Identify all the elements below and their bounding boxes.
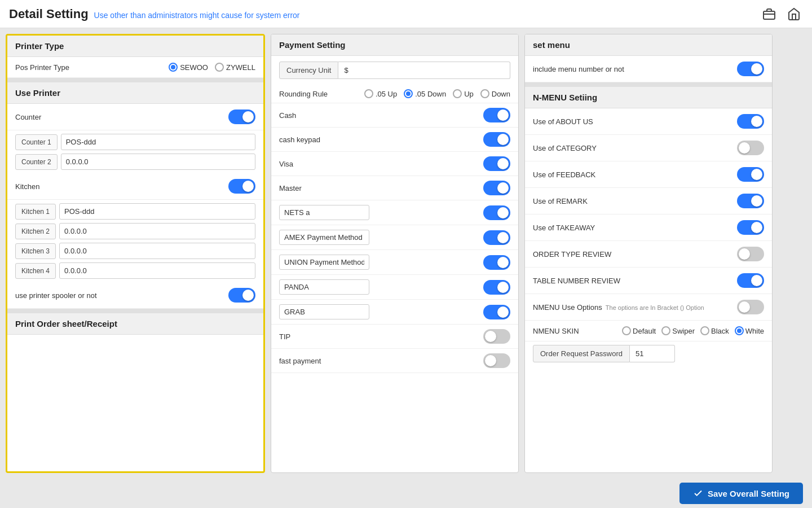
rounding-up[interactable]: Up bbox=[453, 89, 474, 98]
order-request-password-label: Order Request Password bbox=[533, 345, 630, 362]
kitchen-label: Kitchen bbox=[15, 182, 228, 191]
sewoo-radio[interactable]: SEWOO bbox=[169, 63, 208, 72]
nmenu-use-options-label: NMENU Use OptionsThe options are In Brac… bbox=[533, 303, 737, 312]
visa-row: Visa bbox=[271, 152, 518, 176]
rounding-down-label: Down bbox=[492, 90, 510, 98]
cash-label: Cash bbox=[279, 111, 483, 120]
header-icons bbox=[760, 5, 803, 23]
kitchen-toggle-track bbox=[228, 179, 255, 194]
rounding-05down[interactable]: .05 Down bbox=[404, 89, 446, 98]
nmenu-use-options-toggle[interactable] bbox=[737, 300, 764, 314]
kitchen3-label: Kitchen 3 bbox=[15, 243, 56, 259]
header-left: Detail Setting Use other than administra… bbox=[9, 7, 300, 21]
spooler-toggle-track bbox=[228, 288, 255, 303]
amex-input[interactable] bbox=[279, 230, 369, 245]
zywell-radio-circle bbox=[215, 63, 224, 72]
order-type-review-label: ORDER TYPE REVIEW bbox=[533, 250, 737, 259]
save-button-label: Save Overall Setting bbox=[708, 489, 789, 498]
amex-toggle[interactable] bbox=[483, 230, 510, 245]
panda-input[interactable] bbox=[279, 279, 369, 295]
union-row bbox=[271, 250, 518, 275]
skin-default-circle bbox=[622, 326, 631, 335]
rounding-05up-circle bbox=[364, 89, 373, 98]
grab-toggle[interactable] bbox=[483, 305, 510, 319]
spooler-toggle-thumb bbox=[242, 290, 254, 301]
right-divider1 bbox=[525, 82, 772, 87]
master-toggle[interactable] bbox=[483, 181, 510, 195]
payment-section-header: Payment Setting bbox=[271, 34, 518, 56]
panda-row bbox=[271, 275, 518, 300]
nets-toggle[interactable] bbox=[483, 205, 510, 220]
rounding-radio-group: .05 Up .05 Down Up Down bbox=[364, 89, 510, 98]
rounding-up-label: Up bbox=[464, 90, 474, 98]
kitchen1-label: Kitchen 1 bbox=[15, 204, 56, 220]
counter1-input[interactable] bbox=[61, 134, 255, 150]
tip-toggle[interactable] bbox=[483, 329, 510, 344]
save-icon bbox=[693, 488, 703, 498]
table-number-review-toggle[interactable] bbox=[737, 273, 764, 288]
remark-row: Use of REMARK bbox=[525, 188, 772, 214]
union-input[interactable] bbox=[279, 255, 369, 270]
nets-row bbox=[271, 200, 518, 225]
category-toggle[interactable] bbox=[737, 141, 764, 155]
panda-toggle[interactable] bbox=[483, 280, 510, 295]
about-us-toggle[interactable] bbox=[737, 114, 764, 129]
order-type-review-toggle[interactable] bbox=[737, 247, 764, 261]
remark-toggle[interactable] bbox=[737, 194, 764, 208]
counter-row: Counter bbox=[7, 104, 263, 130]
fast-payment-toggle[interactable] bbox=[483, 353, 510, 368]
rounding-05down-circle bbox=[404, 89, 413, 98]
use-printer-section-header: Use Printer bbox=[7, 82, 263, 104]
skin-white[interactable]: White bbox=[735, 326, 764, 335]
rounding-05up[interactable]: .05 Up bbox=[364, 89, 397, 98]
visa-toggle[interactable] bbox=[483, 156, 510, 171]
about-us-row: Use of ABOUT US bbox=[525, 108, 772, 135]
order-type-review-row: ORDER TYPE REVIEW bbox=[525, 241, 772, 268]
left-column: Printer Type Pos Printer Type SEWOO ZYWE… bbox=[6, 34, 265, 473]
kitchen2-input[interactable] bbox=[59, 223, 255, 239]
kitchen1-input[interactable] bbox=[59, 203, 255, 220]
kitchen-toggle[interactable] bbox=[228, 179, 255, 194]
union-toggle[interactable] bbox=[483, 255, 510, 270]
right-column: set menu include menu number or not N-ME… bbox=[524, 34, 773, 473]
include-menu-number-toggle[interactable] bbox=[737, 62, 764, 76]
zywell-radio[interactable]: ZYWELL bbox=[215, 63, 255, 72]
header-warning: Use other than administrators might caus… bbox=[94, 11, 300, 20]
takeaway-toggle[interactable] bbox=[737, 220, 764, 235]
briefcase-icon[interactable] bbox=[760, 5, 778, 23]
counter-label: Counter bbox=[15, 113, 228, 121]
counter-toggle-thumb bbox=[242, 111, 254, 122]
currency-unit-input[interactable] bbox=[338, 62, 510, 79]
kitchen4-input[interactable] bbox=[59, 262, 255, 279]
nmenu-use-options-hint: The options are In Bracket () Option bbox=[606, 304, 704, 311]
takeaway-label: Use of TAKEAWAY bbox=[533, 224, 737, 232]
category-label: Use of CATEGORY bbox=[533, 144, 737, 152]
kitchen3-input[interactable] bbox=[59, 243, 255, 259]
takeaway-row: Use of TAKEAWAY bbox=[525, 214, 772, 241]
cash-keypad-toggle[interactable] bbox=[483, 132, 510, 147]
cash-toggle[interactable] bbox=[483, 108, 510, 122]
skin-default[interactable]: Default bbox=[622, 326, 656, 335]
order-request-password-row: Order Request Password bbox=[533, 345, 764, 362]
skin-black[interactable]: Black bbox=[700, 326, 729, 335]
counter-toggle[interactable] bbox=[228, 110, 255, 124]
feedback-toggle[interactable] bbox=[737, 167, 764, 182]
cash-keypad-label: cash keypad bbox=[279, 135, 483, 144]
nets-input[interactable] bbox=[279, 205, 369, 220]
home-icon[interactable] bbox=[785, 5, 803, 23]
skin-default-label: Default bbox=[633, 327, 656, 335]
save-overall-setting-button[interactable]: Save Overall Setting bbox=[679, 483, 803, 504]
feedback-row: Use of FEEDBACK bbox=[525, 161, 772, 188]
spooler-toggle[interactable] bbox=[228, 288, 255, 303]
skin-black-label: Black bbox=[711, 327, 729, 335]
currency-unit-label: Currency Unit bbox=[279, 62, 338, 79]
include-menu-number-label: include menu number or not bbox=[533, 65, 737, 73]
grab-input[interactable] bbox=[279, 304, 369, 319]
skin-swiper-label: Swiper bbox=[672, 327, 695, 335]
skin-swiper[interactable]: Swiper bbox=[661, 326, 695, 335]
order-request-password-input[interactable] bbox=[630, 345, 675, 362]
about-us-label: Use of ABOUT US bbox=[533, 117, 737, 126]
kitchen2-row: Kitchen 2 bbox=[15, 223, 255, 239]
rounding-down[interactable]: Down bbox=[480, 89, 510, 98]
counter2-input[interactable] bbox=[61, 154, 255, 170]
